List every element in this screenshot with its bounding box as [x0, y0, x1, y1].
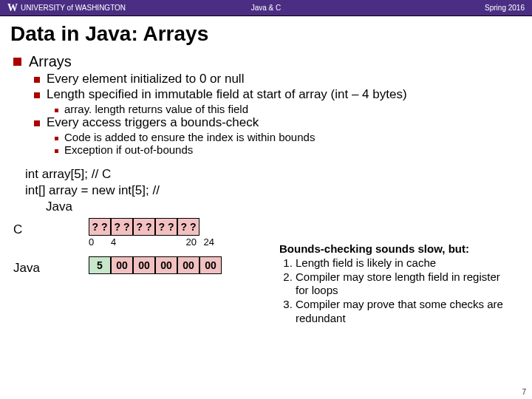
tick-label: 20: [177, 236, 197, 248]
bullet-text: Code is added to ensure the index is wit…: [64, 131, 315, 143]
square-bullet-icon: [13, 58, 21, 66]
bullet-l2: Length specified in immutable field at s…: [34, 87, 519, 102]
tick-label: 4: [111, 236, 133, 248]
bullet-l3: Exception if out-of-bounds: [55, 143, 519, 156]
bullet-l3: Code is added to ensure the index is wit…: [55, 131, 519, 143]
bullet-text: array. length returns value of this fiel…: [64, 103, 248, 115]
note-item: Compiler may store length field in regis…: [296, 270, 516, 299]
note-heading: Bounds-checking sounds slow, but:: [279, 242, 516, 256]
code-line: int[] array = new int[5]; //: [25, 183, 519, 199]
array-cell: 00: [111, 256, 133, 274]
bullet-l2: Every element initialized to 0 or null: [34, 72, 519, 86]
code-line: int array[5]; // C: [25, 166, 519, 183]
java-cells: 5 00 00 00 00 00: [89, 256, 222, 274]
uw-logo: W: [7, 2, 18, 14]
bullet-text: Every element initialized to 0 or null: [47, 72, 244, 86]
length-cell: 5: [89, 256, 111, 274]
tick-label: 0: [89, 236, 111, 248]
diagram-cells-wrap: ? ? ? ? ? ? ? ? ? ? 0 4 20 24: [89, 218, 214, 248]
slide-title: Data in Java: Arrays: [0, 16, 532, 50]
tick-label: [133, 236, 155, 248]
note-item: Length field is likely in cache: [296, 256, 516, 270]
bullet-text: Exception if out-of-bounds: [64, 143, 193, 156]
bounds-check-note: Bounds-checking sounds slow, but: Length…: [279, 242, 516, 326]
array-cell: 00: [177, 256, 200, 274]
bullet-l2: Every access triggers a bounds-check: [34, 115, 519, 130]
square-bullet-icon: [34, 77, 40, 83]
tick-label: [155, 236, 177, 248]
square-bullet-icon: [55, 149, 58, 153]
code-line: Java: [46, 199, 519, 215]
array-cell: 00: [133, 256, 155, 274]
bullet-l3: array. length returns value of this fiel…: [55, 103, 519, 115]
square-bullet-icon: [55, 137, 58, 140]
array-cell: ? ?: [89, 218, 111, 236]
array-cell: ? ?: [177, 218, 200, 236]
code-block: int array[5]; // C int[] array = new int…: [25, 166, 519, 215]
bullet-l1: Arrays: [13, 53, 519, 70]
tick-label: 24: [197, 236, 214, 248]
array-cell: ? ?: [111, 218, 133, 236]
bullet-text: Length specified in immutable field at s…: [47, 87, 407, 102]
term-label: Spring 2016: [485, 4, 525, 12]
square-bullet-icon: [34, 92, 40, 98]
tick-row: 0 4 20 24: [89, 236, 214, 248]
page-number: 7: [522, 388, 526, 396]
array-cell: 00: [200, 256, 222, 274]
array-cell: ? ?: [133, 218, 155, 236]
c-cells: ? ? ? ? ? ? ? ? ? ?: [89, 218, 214, 236]
array-cell: ? ?: [155, 218, 177, 236]
diagram-label: C: [13, 218, 50, 237]
bullet-text: Every access triggers a bounds-check: [47, 115, 259, 130]
square-bullet-icon: [55, 109, 58, 112]
header-left: W UNIVERSITY of WASHINGTON: [7, 2, 126, 14]
note-item: Compiler may prove that some checks are …: [296, 298, 516, 326]
bullet-text: Arrays: [29, 53, 72, 70]
array-cell: 00: [155, 256, 177, 274]
course-label: Java & C: [251, 4, 282, 12]
slide-header: W UNIVERSITY of WASHINGTON Java & C Spri…: [0, 0, 532, 16]
institution-name: UNIVERSITY of WASHINGTON: [21, 4, 126, 12]
square-bullet-icon: [34, 120, 40, 126]
diagram-label: Java: [13, 256, 50, 276]
